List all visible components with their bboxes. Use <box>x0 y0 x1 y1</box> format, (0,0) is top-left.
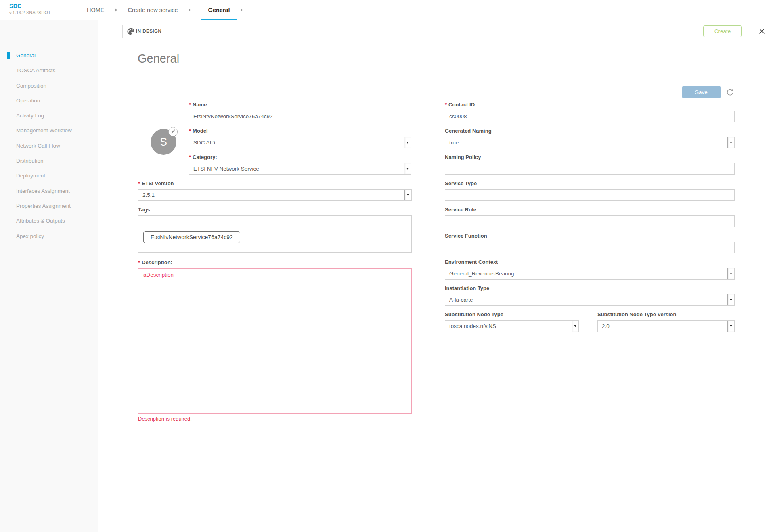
etsi-version-field: *ETSI Version 2.5.1 <box>138 180 412 201</box>
sidebar-item-activity-log[interactable]: Activity Log <box>0 108 98 123</box>
generated-naming-label: Generated Naming <box>445 128 735 134</box>
tag-chip[interactable]: EtsiNfvNetworkService76a74c92 <box>143 231 240 243</box>
sidebar-item-deployment[interactable]: Deployment <box>0 168 98 183</box>
substitution-node-type-version-select[interactable]: 2.0 <box>597 320 735 332</box>
save-button[interactable]: Save <box>682 86 721 98</box>
description-field: *Description: aDescription Description i… <box>138 259 412 422</box>
sdc-app: SDC v.1.16.2-SNAPSHOT HOME Create new se… <box>0 0 775 532</box>
palette-icon <box>127 27 135 35</box>
sidebar-item-distribution[interactable]: Distribution <box>0 153 98 168</box>
pencil-icon[interactable] <box>168 127 178 136</box>
divider <box>122 25 123 38</box>
sidebar-item-label: Interfaces Assignment <box>16 188 70 194</box>
service-type-label: Service Type <box>445 180 735 187</box>
etsi-version-select-value: 2.5.1 <box>142 192 155 198</box>
required-marker: * <box>189 102 191 108</box>
instantiation-type-select-value: A-la-carte <box>449 297 473 303</box>
sidebar-item-label: Management Workflow <box>16 127 72 134</box>
caret-down-icon <box>727 321 734 332</box>
service-type-field: Service Type <box>445 180 735 201</box>
app-name: SDC <box>9 3 51 9</box>
top-header: SDC v.1.16.2-SNAPSHOT HOME Create new se… <box>0 0 775 20</box>
service-role-label: Service Role <box>445 207 735 213</box>
sidebar-item-properties-assignment[interactable]: Properties Assignment <box>0 198 98 213</box>
environment-context-select-value: General_Revenue-Bearing <box>449 271 514 277</box>
contact-id-label: *Contact ID: <box>445 102 735 108</box>
sidebar-item-composition[interactable]: Composition <box>0 78 98 93</box>
sidebar-item-tosca-artifacts[interactable]: TOSCA Artifacts <box>0 63 98 78</box>
sdc-logo: SDC v.1.16.2-SNAPSHOT <box>9 3 51 15</box>
sidebar-item-management-workflow[interactable]: Management Workflow <box>0 123 98 138</box>
sidebar-item-operation[interactable]: Operation <box>0 93 98 108</box>
etsi-version-label: *ETSI Version <box>138 180 412 187</box>
contact-id-input[interactable] <box>445 111 735 122</box>
close-icon[interactable] <box>758 28 765 35</box>
category-select[interactable]: ETSI NFV Network Service <box>189 163 411 175</box>
required-marker: * <box>138 259 140 265</box>
caret-right-icon <box>189 8 191 12</box>
tags-input[interactable] <box>138 215 412 227</box>
category-label: *Category: <box>189 154 411 161</box>
name-input[interactable] <box>189 111 411 122</box>
service-function-field: Service Function <box>445 233 735 253</box>
environment-context-label: Environment Context <box>445 259 735 265</box>
sidebar-item-attributes-outputs[interactable]: Attributes & Outputs <box>0 213 98 228</box>
tab-general[interactable]: General <box>201 0 237 20</box>
category-select-value: ETSI NFV Network Service <box>193 166 259 172</box>
general-form: General Save S *Name: *Model SDC <box>98 42 775 532</box>
sidebar-item-label: Composition <box>16 83 46 89</box>
required-marker: * <box>189 128 191 134</box>
description-textarea[interactable]: aDescription <box>138 268 412 414</box>
sidebar-item-interfaces-assignment[interactable]: Interfaces Assignment <box>0 184 98 198</box>
substitution-node-type-select-value: tosca.nodes.nfv.NS <box>449 323 496 329</box>
caret-down-icon <box>404 163 411 174</box>
caret-right-icon <box>115 8 117 12</box>
service-type-input[interactable] <box>445 189 735 201</box>
service-function-input[interactable] <box>445 242 735 253</box>
sidebar-item-general[interactable]: General <box>0 48 98 63</box>
instantiation-type-select[interactable]: A-la-carte <box>445 294 735 306</box>
substitution-node-type-label: Substitution Node Type <box>445 311 579 318</box>
avatar[interactable]: S <box>151 129 176 155</box>
caret-right-icon <box>241 8 243 12</box>
contact-id-field: *Contact ID: <box>445 102 735 122</box>
sidebar-item-apex-policy[interactable]: Apex policy <box>0 229 98 244</box>
naming-policy-input[interactable] <box>445 163 735 175</box>
caret-down-icon <box>404 137 411 148</box>
service-role-input[interactable] <box>445 215 735 227</box>
sidebar-item-label: Network Call Flow <box>16 143 60 149</box>
page-title: General <box>138 52 179 65</box>
substitution-node-type-select[interactable]: tosca.nodes.nfv.NS <box>445 320 579 332</box>
sidebar-item-label: Activity Log <box>16 113 44 119</box>
instantiation-type-label: Instantiation Type <box>445 285 735 292</box>
divider <box>747 25 747 38</box>
caret-down-icon <box>727 294 734 305</box>
sidebar-item-label: Properties Assignment <box>16 203 71 209</box>
active-tab-underline <box>201 19 237 20</box>
sidebar-item-network-call-flow[interactable]: Network Call Flow <box>0 138 98 153</box>
tags-chip-area: EtsiNfvNetworkService76a74c92 <box>138 227 412 253</box>
caret-down-icon <box>404 190 411 200</box>
service-role-field: Service Role <box>445 207 735 227</box>
tab-create-new-service[interactable]: Create new service <box>128 7 178 13</box>
create-button[interactable]: Create <box>703 25 742 37</box>
substitution-node-type-field: Substitution Node Type tosca.nodes.nfv.N… <box>445 311 579 332</box>
name-label: *Name: <box>189 102 411 108</box>
model-select[interactable]: SDC AID <box>189 137 411 148</box>
refresh-icon[interactable] <box>726 88 734 96</box>
tags-field: Tags: EtsiNfvNetworkService76a74c92 <box>138 207 412 253</box>
generated-naming-select[interactable]: true <box>445 137 735 148</box>
substitution-node-type-version-field: Substitution Node Type Version 2.0 <box>597 311 735 332</box>
naming-policy-label: Naming Policy <box>445 154 735 161</box>
generated-naming-field: Generated Naming true <box>445 128 735 148</box>
environment-context-select[interactable]: General_Revenue-Bearing <box>445 268 735 280</box>
tab-home[interactable]: HOME <box>87 7 105 13</box>
caret-down-icon <box>727 137 734 148</box>
environment-context-field: Environment Context General_Revenue-Bear… <box>445 259 735 280</box>
sidebar-item-label: TOSCA Artifacts <box>16 67 55 73</box>
generated-naming-select-value: true <box>449 140 459 146</box>
model-field: *Model SDC AID <box>189 128 411 148</box>
required-marker: * <box>189 154 191 160</box>
app-version: v.1.16.2-SNAPSHOT <box>9 10 51 15</box>
etsi-version-select[interactable]: 2.5.1 <box>138 189 412 201</box>
